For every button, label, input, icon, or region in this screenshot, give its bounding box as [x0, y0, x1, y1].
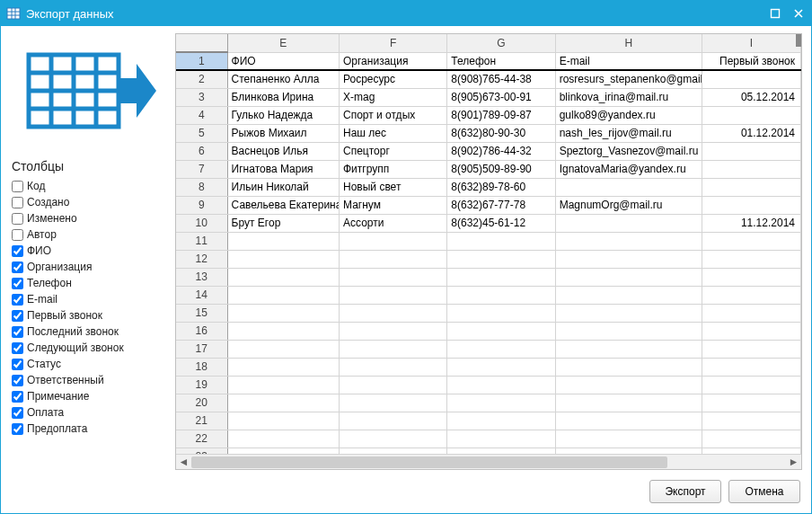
cell[interactable]	[447, 448, 555, 454]
cell[interactable]	[702, 250, 800, 268]
vertical-scroll-indicator[interactable]	[796, 34, 801, 47]
maximize-button[interactable]	[768, 6, 782, 21]
cell[interactable]: gulko89@yandex.ru	[555, 106, 702, 124]
cell[interactable]	[340, 268, 447, 286]
cell[interactable]: 8(901)789-09-87	[447, 106, 555, 124]
column-letter[interactable]: G	[447, 34, 555, 52]
header-cell[interactable]: ФИО	[227, 52, 339, 70]
cell[interactable]	[702, 358, 800, 376]
row-number[interactable]: 13	[176, 268, 227, 286]
cell[interactable]	[447, 340, 555, 358]
column-checkbox[interactable]	[12, 261, 23, 273]
table-row[interactable]: 7Игнатова МарияФитгрупп8(905)509-89-90Ig…	[176, 160, 801, 178]
cell[interactable]	[702, 286, 800, 304]
cell[interactable]	[702, 376, 800, 394]
cell[interactable]	[227, 250, 339, 268]
cell[interactable]	[555, 322, 702, 340]
table-row[interactable]: 18	[176, 358, 801, 376]
row-number[interactable]: 15	[176, 304, 227, 322]
cell[interactable]	[340, 448, 447, 454]
cell[interactable]: Наш лес	[340, 124, 447, 142]
column-checkbox-item[interactable]: Автор	[12, 227, 168, 242]
cell[interactable]: Игнатова Мария	[227, 160, 339, 178]
column-letter[interactable]: F	[340, 34, 447, 52]
cell[interactable]	[555, 178, 702, 196]
cell[interactable]	[227, 340, 339, 358]
row-number[interactable]: 3	[176, 88, 227, 106]
cell[interactable]: Спецторг	[340, 142, 447, 160]
cell[interactable]	[340, 304, 447, 322]
row-number[interactable]: 16	[176, 322, 227, 340]
table-row[interactable]: 6Васнецов ИльяСпецторг8(902)786-44-32Spe…	[176, 142, 801, 160]
row-number[interactable]: 4	[176, 106, 227, 124]
close-button[interactable]	[791, 6, 806, 21]
row-number[interactable]: 2	[176, 70, 227, 88]
cell[interactable]: blinkova_irina@mail.ru	[555, 88, 702, 106]
cell[interactable]	[555, 214, 702, 232]
table-row[interactable]: 14	[176, 286, 801, 304]
cell[interactable]	[340, 430, 447, 448]
cell[interactable]: 8(908)765-44-38	[447, 70, 555, 88]
cell[interactable]	[447, 376, 555, 394]
cell[interactable]: X-mag	[340, 88, 447, 106]
column-checkbox-item[interactable]: Последний звонок	[12, 324, 168, 339]
table-row[interactable]: 8Ильин НиколайНовый свет8(632)89-78-60	[176, 178, 801, 196]
scroll-right-arrow-icon[interactable]: ►	[786, 455, 801, 470]
cell[interactable]	[555, 232, 702, 250]
column-checkbox[interactable]	[12, 326, 23, 338]
cell[interactable]	[340, 412, 447, 430]
cell[interactable]	[340, 340, 447, 358]
cell[interactable]	[447, 322, 555, 340]
row-number[interactable]: 22	[176, 430, 227, 448]
cell[interactable]	[227, 322, 339, 340]
row-number[interactable]: 21	[176, 412, 227, 430]
cell[interactable]	[227, 232, 339, 250]
row-number[interactable]: 20	[176, 394, 227, 412]
cell[interactable]	[555, 268, 702, 286]
cell[interactable]: Гулько Надежда	[227, 106, 339, 124]
cell[interactable]: 05.12.2014	[702, 88, 800, 106]
cell[interactable]	[227, 394, 339, 412]
cell[interactable]	[702, 196, 800, 214]
cell[interactable]	[702, 178, 800, 196]
cell[interactable]	[447, 394, 555, 412]
cell[interactable]: 8(632)67-77-78	[447, 196, 555, 214]
cell[interactable]	[340, 286, 447, 304]
table-row[interactable]: 10Брут ЕгорАссорти8(632)45-61-1211.12.20…	[176, 214, 801, 232]
column-checkbox-item[interactable]: Примечание	[12, 389, 168, 403]
cell[interactable]: 8(902)786-44-32	[447, 142, 555, 160]
cell[interactable]	[555, 286, 702, 304]
column-checkbox-item[interactable]: Оплата	[12, 405, 168, 420]
row-number[interactable]: 18	[176, 358, 227, 376]
cell[interactable]	[702, 232, 800, 250]
cell[interactable]: Ассорти	[340, 214, 447, 232]
cell[interactable]	[702, 304, 800, 322]
table-header-row[interactable]: 1ФИООрганизацияТелефонE-mailПервый звоно…	[176, 52, 801, 70]
cell[interactable]: rosresurs_stepanenko@gmail.com	[555, 70, 702, 88]
cell[interactable]	[555, 376, 702, 394]
column-letter[interactable]: H	[555, 34, 702, 52]
table-row[interactable]: 11	[176, 232, 801, 250]
cell[interactable]	[702, 70, 800, 88]
column-checkbox[interactable]	[12, 213, 23, 225]
cell[interactable]	[702, 268, 800, 286]
cell[interactable]	[227, 286, 339, 304]
column-checkbox-item[interactable]: Ответственный	[12, 373, 168, 387]
column-checkbox[interactable]	[12, 407, 23, 419]
column-checkbox-item[interactable]: Предоплата	[12, 421, 168, 436]
row-number[interactable]: 9	[176, 196, 227, 214]
cell[interactable]	[702, 430, 800, 448]
table-row[interactable]: 5Рыжов МихаилНаш лес8(632)80-90-30nash_l…	[176, 124, 801, 142]
row-number[interactable]: 19	[176, 376, 227, 394]
row-number[interactable]: 8	[176, 178, 227, 196]
cell[interactable]: 11.12.2014	[702, 214, 800, 232]
cell[interactable]	[340, 250, 447, 268]
cell[interactable]: Ильин Николай	[227, 178, 339, 196]
header-cell[interactable]: Первый звонок	[702, 52, 800, 70]
table-row[interactable]: 15	[176, 304, 801, 322]
cell[interactable]	[447, 358, 555, 376]
cell[interactable]	[340, 376, 447, 394]
cancel-button[interactable]: Отмена	[728, 480, 800, 503]
column-checkbox[interactable]	[12, 342, 23, 354]
table-row[interactable]: 13	[176, 268, 801, 286]
